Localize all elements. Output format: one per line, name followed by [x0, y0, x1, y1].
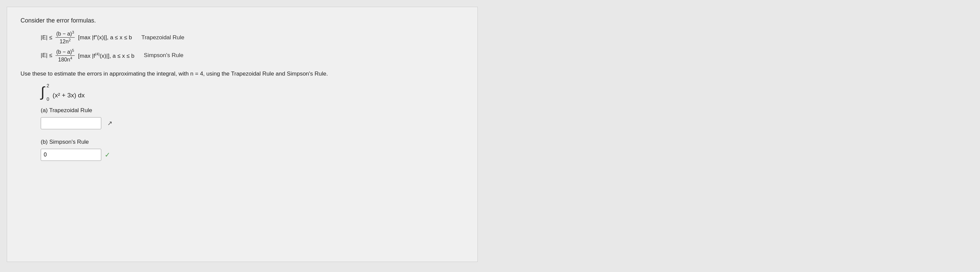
simp-denominator: 180n4 — [57, 56, 73, 63]
integral-lower: 0 — [47, 96, 49, 102]
trapezoidal-formula-row: |E| ≤ (b − a)3 12n2 [max |f″(x)|], a ≤ x… — [41, 30, 464, 45]
trap-numerator: (b − a)3 — [56, 30, 75, 38]
simp-numerator: (b − a)5 — [56, 48, 75, 56]
part-b-label: (b) Simpson's Rule — [41, 139, 464, 145]
simp-den-exp: 4 — [70, 56, 72, 60]
checkmark-icon: ✓ — [105, 151, 110, 159]
simp-lhs: |E| ≤ — [41, 52, 52, 59]
part-a-answer-row: ↗ — [41, 117, 464, 129]
integral-upper: 2 — [47, 83, 49, 88]
part-b-answer-row: ✓ — [41, 149, 464, 161]
simpsons-formula-row: |E| ≤ (b − a)5 180n4 [max |f(4)(x)|], a … — [41, 48, 464, 63]
simpsons-formula-math: |E| ≤ (b − a)5 180n4 [max |f(4)(x)|], a … — [41, 48, 135, 63]
use-text: Use these to estimate the errors in appr… — [21, 70, 464, 78]
trap-den-exp: 2 — [68, 38, 71, 42]
part-a-input[interactable] — [41, 117, 101, 129]
part-a-block: (a) Trapezoidal Rule ↗ — [41, 107, 464, 129]
integral-expression: (x² + 3x) dx — [52, 92, 85, 99]
simp-rhs: [max |f(4)(x)|], a ≤ x ≤ b — [78, 52, 135, 59]
cursor-arrow-icon: ↗ — [107, 120, 112, 127]
trapezoidal-formula-math: |E| ≤ (b − a)3 12n2 [max |f″(x)|], a ≤ x… — [41, 30, 132, 45]
trap-denominator: 12n2 — [59, 38, 71, 45]
simp-num-exp: 5 — [72, 48, 74, 52]
simp-fraction: (b − a)5 180n4 — [56, 48, 75, 63]
simp-f-exp: (4) — [95, 52, 100, 56]
part-a-label: (a) Trapezoidal Rule — [41, 107, 464, 114]
trap-fraction: (b − a)3 12n2 — [56, 30, 75, 45]
trap-rhs: [max |f″(x)|], a ≤ x ≤ b — [78, 34, 132, 41]
formulas-block: |E| ≤ (b − a)3 12n2 [max |f″(x)|], a ≤ x… — [41, 30, 464, 63]
trapezoidal-rule-label: Trapezoidal Rule — [141, 34, 185, 41]
integral-limits: 2 0 — [47, 85, 49, 99]
part-b-input[interactable] — [41, 149, 101, 161]
main-container: Consider the error formulas. |E| ≤ (b − … — [7, 7, 478, 262]
simpsons-rule-label: Simpson's Rule — [144, 52, 184, 59]
trap-num-exp: 3 — [72, 30, 74, 34]
integral-block: ∫ 2 0 (x² + 3x) dx — [41, 85, 464, 99]
trap-lhs: |E| ≤ — [41, 34, 52, 41]
intro-text: Consider the error formulas. — [21, 17, 464, 24]
part-b-block: (b) Simpson's Rule ✓ — [41, 139, 464, 161]
integral-symbol: ∫ — [41, 85, 45, 99]
